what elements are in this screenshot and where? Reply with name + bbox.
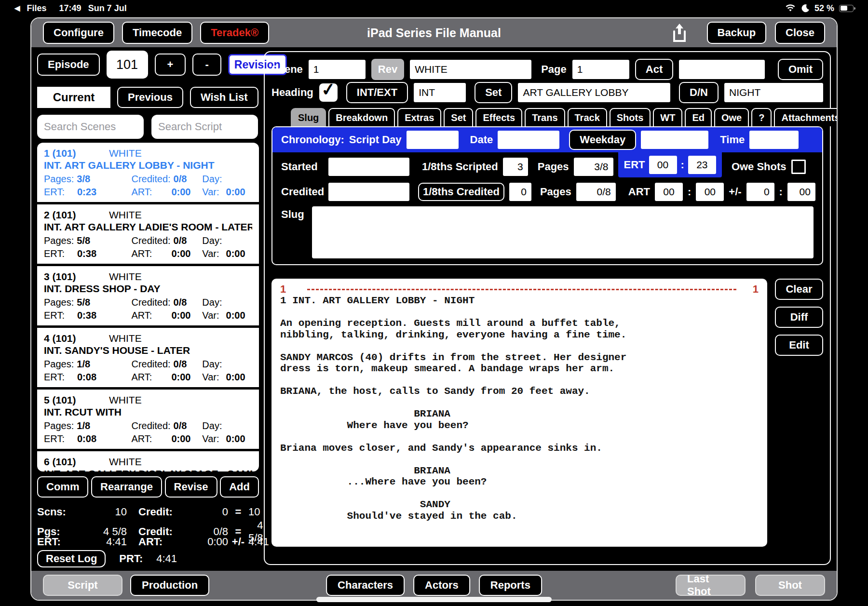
scene-revision: WHITE (109, 271, 142, 283)
check-icon: ✓ (320, 79, 337, 101)
files-breadcrumb[interactable]: Files (27, 3, 47, 13)
int-ext-field[interactable] (414, 83, 466, 102)
pages-scripted-field[interactable] (574, 158, 613, 176)
day-night-field[interactable] (724, 83, 823, 102)
actors-button[interactable]: Actors (413, 575, 470, 596)
edit-button[interactable]: Edit (775, 335, 823, 356)
pages-credited-field[interactable] (576, 183, 616, 201)
page-field[interactable] (572, 60, 629, 79)
shot-button[interactable]: Shot (755, 575, 825, 596)
day-night-button[interactable]: D/N (679, 82, 719, 103)
weekday-button[interactable]: Weekday (569, 130, 636, 150)
characters-button[interactable]: Characters (326, 575, 405, 596)
art-colon: : (688, 186, 691, 198)
weekday-field[interactable] (641, 131, 708, 149)
script-preview[interactable]: 1 1 1 INT. ART GALLERY LOBBY - NIGHT An … (271, 279, 767, 547)
art-minutes-field[interactable] (696, 183, 724, 201)
rearrange-button[interactable]: Rearrange (91, 476, 162, 498)
tab-attachments[interactable]: Attachments (774, 108, 838, 126)
tab-track[interactable]: Track (568, 108, 607, 126)
tab-previous[interactable]: Previous (117, 87, 183, 108)
variance-minutes-field[interactable] (787, 183, 815, 201)
last-shot-button[interactable]: Last Shot (676, 575, 746, 596)
ert-hours-field[interactable] (649, 156, 677, 174)
set-button[interactable]: Set (475, 82, 512, 103)
configure-button[interactable]: Configure (43, 22, 114, 44)
script-day-field[interactable] (407, 131, 459, 149)
variance-hours-field[interactable] (746, 183, 774, 201)
tab-ed[interactable]: Ed (685, 108, 712, 126)
teradek-button[interactable]: Teradek® (200, 22, 269, 44)
eighths-scripted-field[interactable] (503, 158, 528, 176)
scene-list-item-3[interactable]: 3 (101)WHITE INT. DRESS SHOP - DAY Pages… (37, 266, 259, 328)
share-icon[interactable] (671, 23, 688, 43)
backup-button[interactable]: Backup (707, 22, 766, 44)
eighths-credited-field[interactable] (509, 183, 531, 201)
search-scenes-input[interactable] (37, 115, 144, 139)
reset-log-button[interactable]: Reset Log (37, 550, 106, 567)
scene-credited: Credited:0/8 (131, 234, 202, 247)
revision-color-field[interactable] (410, 60, 531, 79)
act-field[interactable] (679, 60, 765, 79)
scene-list-item-2[interactable]: 2 (101)WHITE INT. ART GALLERY LADIE'S RO… (37, 204, 259, 266)
add-button[interactable]: Add (220, 476, 259, 498)
time-label: Time (720, 134, 745, 146)
back-icon[interactable]: ◀ (14, 4, 20, 13)
scene-revision: WHITE (109, 148, 142, 159)
int-ext-button[interactable]: INT/EXT (346, 82, 408, 103)
credited-field[interactable] (328, 183, 409, 201)
owe-shots-checkbox[interactable] (791, 160, 806, 174)
scene-art: ART:0:00 (131, 247, 202, 260)
owe-shots-label: Owe Shots (732, 161, 787, 173)
tab-trans[interactable]: Trans (525, 108, 565, 126)
search-script-input[interactable] (151, 115, 258, 139)
diff-button[interactable]: Diff (775, 307, 823, 328)
script-mode-button[interactable]: Script (43, 575, 122, 596)
omit-button[interactable]: Omit (778, 59, 823, 80)
date-field[interactable] (498, 131, 559, 149)
time-field[interactable] (749, 131, 799, 149)
scene-title: INT. RCUT WITH (44, 406, 252, 419)
revise-button[interactable]: Revise (165, 476, 217, 498)
ert-minutes-field[interactable] (688, 156, 716, 174)
eighths-credited-button[interactable]: 1/8ths Credited (418, 183, 504, 201)
home-indicator[interactable] (316, 597, 552, 602)
scene-list-item-4[interactable]: 4 (101)WHITE INT. SANDY'S HOUSE - LATER … (37, 328, 259, 390)
tab-owe[interactable]: Owe (714, 108, 749, 126)
tab-set[interactable]: Set (444, 108, 473, 126)
scene-number-field[interactable] (309, 60, 366, 79)
comm-button[interactable]: Comm (37, 476, 88, 498)
art-label: ART (628, 186, 650, 198)
tab-current[interactable]: Current (37, 87, 110, 108)
scene-list-item-1[interactable]: 1 (101)WHITE INT. ART GALLERY LOBBY - NI… (37, 143, 259, 204)
pages-scripted-label: Pages (538, 161, 569, 173)
started-field[interactable] (328, 158, 409, 176)
tab-wt[interactable]: WT (653, 108, 682, 126)
episode-plus-button[interactable]: + (155, 54, 186, 76)
scene-list-item-5[interactable]: 5 (101)WHITE INT. RCUT WITH Pages:1/8 Cr… (37, 390, 259, 451)
tab-question[interactable]: ? (751, 108, 772, 126)
timecode-button[interactable]: Timecode (122, 22, 192, 44)
window-title: iPad Series File Manual (367, 26, 501, 40)
reports-button[interactable]: Reports (479, 575, 542, 596)
scene-list-item-6[interactable]: 6 (101)WHITE INT. ART GALLERY DISPLAY SP… (37, 451, 259, 471)
tab-extras[interactable]: Extras (397, 108, 441, 126)
episode-minus-button[interactable]: - (192, 54, 221, 76)
close-button[interactable]: Close (775, 22, 825, 44)
rev-button[interactable]: Rev (371, 59, 404, 80)
tab-slug[interactable]: Slug (291, 108, 326, 126)
slug-textarea[interactable] (312, 206, 814, 258)
tab-wish-list[interactable]: Wish List (190, 87, 258, 108)
act-button[interactable]: Act (635, 59, 673, 80)
clear-button[interactable]: Clear (775, 279, 823, 300)
tab-effects[interactable]: Effects (475, 108, 522, 126)
episode-button[interactable]: Episode (37, 54, 100, 76)
episode-number-field[interactable] (107, 51, 148, 79)
tab-shots[interactable]: Shots (610, 108, 651, 126)
art-hours-field[interactable] (655, 183, 683, 201)
heading-checkbox[interactable]: ✓ (319, 83, 338, 102)
production-mode-button[interactable]: Production (130, 575, 209, 596)
scene-label: Scene (271, 63, 303, 76)
set-field[interactable] (518, 83, 670, 102)
tab-breakdown[interactable]: Breakdown (328, 108, 395, 126)
